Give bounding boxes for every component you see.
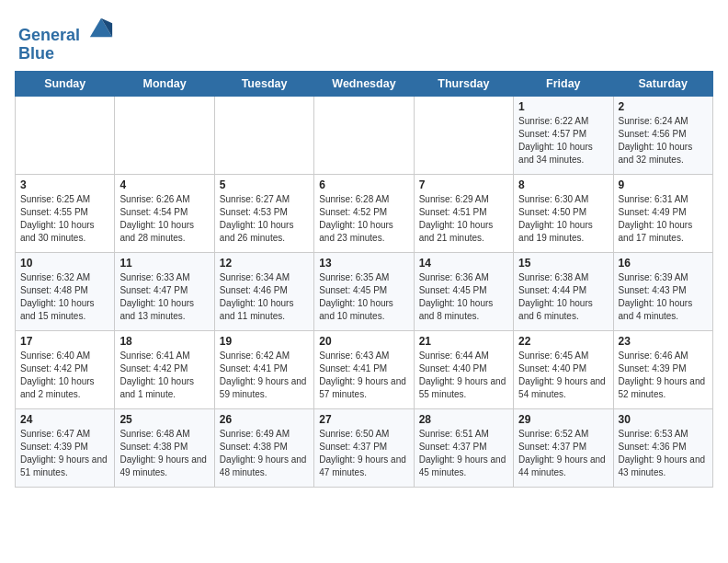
calendar-week-row: 3Sunrise: 6:25 AM Sunset: 4:55 PM Daylig… (16, 174, 713, 252)
calendar-cell: 8Sunrise: 6:30 AM Sunset: 4:50 PM Daylig… (514, 174, 613, 252)
day-number: 25 (119, 413, 209, 426)
cell-content: Sunrise: 6:35 AM Sunset: 4:45 PM Dayligh… (319, 271, 408, 323)
calendar-cell (214, 96, 313, 174)
day-number: 9 (619, 178, 708, 191)
calendar-cell (16, 96, 115, 174)
day-number: 29 (518, 413, 608, 426)
calendar-cell: 9Sunrise: 6:31 AM Sunset: 4:49 PM Daylig… (613, 174, 712, 252)
day-number: 13 (319, 257, 408, 270)
cell-content: Sunrise: 6:41 AM Sunset: 4:42 PM Dayligh… (119, 350, 209, 401)
day-of-week-header: Sunday (16, 71, 115, 96)
calendar-cell (115, 96, 214, 174)
cell-content: Sunrise: 6:28 AM Sunset: 4:52 PM Dayligh… (319, 193, 408, 245)
logo-text: General (18, 15, 114, 45)
cell-content: Sunrise: 6:34 AM Sunset: 4:46 PM Dayligh… (220, 271, 309, 323)
cell-content: Sunrise: 6:31 AM Sunset: 4:49 PM Dayligh… (619, 193, 708, 245)
cell-content: Sunrise: 6:44 AM Sunset: 4:40 PM Dayligh… (419, 350, 508, 401)
cell-content: Sunrise: 6:36 AM Sunset: 4:45 PM Dayligh… (419, 271, 508, 323)
calendar-cell: 20Sunrise: 6:43 AM Sunset: 4:41 PM Dayli… (314, 330, 414, 408)
cell-content: Sunrise: 6:26 AM Sunset: 4:54 PM Dayligh… (119, 193, 209, 245)
cell-content: Sunrise: 6:22 AM Sunset: 4:57 PM Dayligh… (518, 115, 608, 167)
calendar-cell: 1Sunrise: 6:22 AM Sunset: 4:57 PM Daylig… (514, 96, 613, 174)
calendar-cell: 23Sunrise: 6:46 AM Sunset: 4:39 PM Dayli… (613, 330, 712, 408)
day-of-week-header: Wednesday (314, 71, 414, 96)
cell-content: Sunrise: 6:43 AM Sunset: 4:41 PM Dayligh… (319, 350, 408, 401)
day-number: 11 (119, 257, 209, 270)
calendar-cell: 29Sunrise: 6:52 AM Sunset: 4:37 PM Dayli… (514, 408, 613, 487)
calendar-cell: 5Sunrise: 6:27 AM Sunset: 4:53 PM Daylig… (214, 174, 313, 252)
calendar-cell (314, 96, 414, 174)
calendar-cell: 12Sunrise: 6:34 AM Sunset: 4:46 PM Dayli… (214, 252, 313, 330)
calendar-table: SundayMondayTuesdayWednesdayThursdayFrid… (15, 71, 713, 488)
calendar-body: 1Sunrise: 6:22 AM Sunset: 4:57 PM Daylig… (16, 96, 713, 487)
calendar-week-row: 10Sunrise: 6:32 AM Sunset: 4:48 PM Dayli… (16, 252, 713, 330)
day-number: 3 (20, 178, 109, 191)
calendar-cell: 19Sunrise: 6:42 AM Sunset: 4:41 PM Dayli… (214, 330, 313, 408)
calendar-cell: 18Sunrise: 6:41 AM Sunset: 4:42 PM Dayli… (115, 330, 214, 408)
day-number: 6 (319, 178, 408, 191)
cell-content: Sunrise: 6:39 AM Sunset: 4:43 PM Dayligh… (619, 271, 708, 323)
calendar-cell (414, 96, 513, 174)
calendar-cell: 30Sunrise: 6:53 AM Sunset: 4:36 PM Dayli… (613, 408, 712, 487)
cell-content: Sunrise: 6:42 AM Sunset: 4:41 PM Dayligh… (220, 350, 309, 401)
header-row: SundayMondayTuesdayWednesdayThursdayFrid… (16, 71, 713, 96)
calendar-cell: 26Sunrise: 6:49 AM Sunset: 4:38 PM Dayli… (214, 408, 313, 487)
calendar-cell: 4Sunrise: 6:26 AM Sunset: 4:54 PM Daylig… (115, 174, 214, 252)
day-number: 27 (319, 413, 408, 426)
calendar-cell: 16Sunrise: 6:39 AM Sunset: 4:43 PM Dayli… (613, 252, 712, 330)
day-number: 16 (619, 257, 708, 270)
calendar-cell: 22Sunrise: 6:45 AM Sunset: 4:40 PM Dayli… (514, 330, 613, 408)
day-number: 30 (619, 413, 708, 426)
cell-content: Sunrise: 6:49 AM Sunset: 4:38 PM Dayligh… (220, 428, 309, 479)
day-number: 1 (518, 100, 608, 113)
day-number: 5 (220, 178, 309, 191)
cell-content: Sunrise: 6:52 AM Sunset: 4:37 PM Dayligh… (518, 428, 608, 479)
cell-content: Sunrise: 6:46 AM Sunset: 4:39 PM Dayligh… (619, 350, 708, 401)
calendar-cell: 25Sunrise: 6:48 AM Sunset: 4:38 PM Dayli… (115, 408, 214, 487)
cell-content: Sunrise: 6:33 AM Sunset: 4:47 PM Dayligh… (119, 271, 209, 323)
day-number: 15 (518, 257, 608, 270)
calendar-cell: 2Sunrise: 6:24 AM Sunset: 4:56 PM Daylig… (613, 96, 712, 174)
calendar-week-row: 17Sunrise: 6:40 AM Sunset: 4:42 PM Dayli… (16, 330, 713, 408)
day-number: 4 (119, 178, 209, 191)
logo-text-blue: Blue (18, 45, 114, 63)
cell-content: Sunrise: 6:32 AM Sunset: 4:48 PM Dayligh… (20, 271, 109, 323)
day-number: 8 (518, 178, 608, 191)
cell-content: Sunrise: 6:38 AM Sunset: 4:44 PM Dayligh… (518, 271, 608, 323)
cell-content: Sunrise: 6:45 AM Sunset: 4:40 PM Dayligh… (518, 350, 608, 401)
calendar-cell: 6Sunrise: 6:28 AM Sunset: 4:52 PM Daylig… (314, 174, 414, 252)
calendar-cell: 17Sunrise: 6:40 AM Sunset: 4:42 PM Dayli… (16, 330, 115, 408)
cell-content: Sunrise: 6:51 AM Sunset: 4:37 PM Dayligh… (419, 428, 508, 479)
day-number: 28 (419, 413, 508, 426)
day-of-week-header: Tuesday (214, 71, 313, 96)
calendar-cell: 11Sunrise: 6:33 AM Sunset: 4:47 PM Dayli… (115, 252, 214, 330)
calendar-cell: 7Sunrise: 6:29 AM Sunset: 4:51 PM Daylig… (414, 174, 513, 252)
cell-content: Sunrise: 6:27 AM Sunset: 4:53 PM Dayligh… (220, 193, 309, 245)
calendar-cell: 10Sunrise: 6:32 AM Sunset: 4:48 PM Dayli… (16, 252, 115, 330)
calendar-cell: 14Sunrise: 6:36 AM Sunset: 4:45 PM Dayli… (414, 252, 513, 330)
cell-content: Sunrise: 6:25 AM Sunset: 4:55 PM Dayligh… (20, 193, 109, 245)
calendar-cell: 13Sunrise: 6:35 AM Sunset: 4:45 PM Dayli… (314, 252, 414, 330)
day-number: 7 (419, 178, 508, 191)
day-number: 2 (619, 100, 708, 113)
cell-content: Sunrise: 6:24 AM Sunset: 4:56 PM Dayligh… (619, 115, 708, 167)
day-number: 10 (20, 257, 109, 270)
calendar-week-row: 1Sunrise: 6:22 AM Sunset: 4:57 PM Daylig… (16, 96, 713, 174)
calendar-wrapper: SundayMondayTuesdayWednesdayThursdayFrid… (0, 71, 728, 502)
cell-content: Sunrise: 6:48 AM Sunset: 4:38 PM Dayligh… (119, 428, 209, 479)
day-number: 19 (220, 335, 309, 348)
logo: General Blue (18, 15, 114, 63)
calendar-week-row: 24Sunrise: 6:47 AM Sunset: 4:39 PM Dayli… (16, 408, 713, 487)
day-number: 14 (419, 257, 508, 270)
day-number: 24 (20, 413, 109, 426)
day-number: 26 (220, 413, 309, 426)
day-number: 23 (619, 335, 708, 348)
day-of-week-header: Thursday (414, 71, 513, 96)
day-of-week-header: Monday (115, 71, 214, 96)
day-of-week-header: Saturday (613, 71, 712, 96)
day-number: 21 (419, 335, 508, 348)
calendar-header: SundayMondayTuesdayWednesdayThursdayFrid… (16, 71, 713, 96)
day-number: 22 (518, 335, 608, 348)
cell-content: Sunrise: 6:30 AM Sunset: 4:50 PM Dayligh… (518, 193, 608, 245)
day-number: 20 (319, 335, 408, 348)
